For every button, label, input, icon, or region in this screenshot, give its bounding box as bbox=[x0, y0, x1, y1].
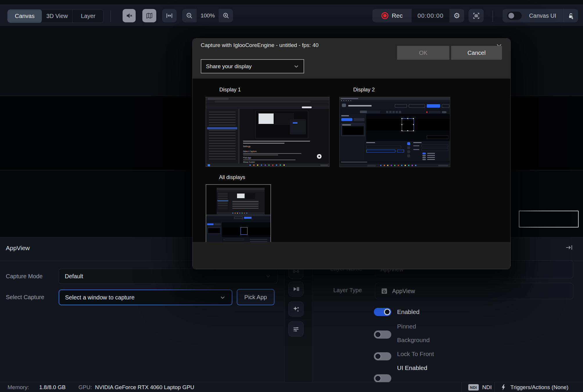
thumb2-pickapp-mini bbox=[397, 150, 404, 152]
thumb2-menubar bbox=[340, 100, 450, 102]
thumb-browser-tab bbox=[208, 98, 229, 100]
tab-layer[interactable]: Layer bbox=[73, 10, 104, 23]
gpu-value: NVIDIA GeForce RTX 4060 Laptop GPU bbox=[95, 384, 194, 391]
thumb-taskbar-icons bbox=[250, 165, 251, 166]
thumb2-rec-dot bbox=[426, 111, 428, 113]
thumb2-options-title bbox=[366, 142, 375, 143]
thumb2-mini-toggles-off bbox=[422, 155, 426, 156]
minimap-button[interactable] bbox=[142, 9, 156, 22]
background-toggle[interactable] bbox=[374, 352, 391, 360]
thumb-url-pill bbox=[215, 101, 311, 102]
toggle-knob bbox=[375, 331, 381, 338]
thumb-sidebar-active-item bbox=[207, 127, 237, 129]
pick-app-button[interactable]: Pick App bbox=[237, 289, 275, 305]
canvas-ui-group: Canvas UI bbox=[503, 9, 578, 22]
canvas-ui-label: Canvas UI bbox=[522, 12, 564, 19]
effects-button[interactable] bbox=[288, 301, 304, 317]
thumb2-gen-field2 bbox=[421, 149, 448, 151]
view-tab-group: Canvas 3D View Layer bbox=[7, 9, 104, 23]
thumb2-add-button bbox=[341, 118, 352, 121]
thumb2-selection-handles bbox=[401, 118, 402, 119]
thumb3-sidebar-items bbox=[218, 193, 228, 210]
igloo-core-engine-app: Canvas 3D View Layer bbox=[0, 0, 583, 392]
thumb2-mini-toggle bbox=[442, 111, 446, 113]
top-toolbar: Canvas 3D View Layer bbox=[0, 0, 583, 26]
thumb3-app-toolbar bbox=[206, 220, 271, 222]
play-pause-button[interactable] bbox=[288, 281, 304, 297]
canvas-text-overlay-box[interactable] bbox=[519, 211, 579, 227]
thumb2-tray bbox=[438, 165, 448, 166]
thumb2-clear-button bbox=[354, 118, 365, 121]
fit-width-button[interactable] bbox=[162, 9, 177, 22]
lock-button[interactable] bbox=[564, 9, 578, 22]
zoom-in-icon bbox=[222, 12, 230, 19]
enabled-toggle-label: Enabled bbox=[397, 308, 419, 315]
zoom-out-button[interactable] bbox=[182, 9, 197, 22]
thumb2-gen-field1 bbox=[421, 145, 448, 147]
screenshot-button[interactable] bbox=[469, 9, 484, 22]
record-timer: 00:00:00 bbox=[412, 9, 449, 22]
thumb-shot-blue-chip bbox=[293, 122, 297, 124]
all-displays-thumbnail[interactable] bbox=[206, 184, 271, 242]
layer-type-label: Layer Type bbox=[315, 287, 362, 294]
zoom-control-group: 100% bbox=[182, 9, 233, 22]
toolbar-divider bbox=[492, 10, 493, 22]
capture-mode-select[interactable]: Default bbox=[59, 269, 277, 284]
thumb3-taskbar bbox=[217, 212, 265, 214]
chevron-down-icon bbox=[219, 294, 226, 301]
cancel-button[interactable]: Cancel bbox=[451, 46, 502, 60]
thumb2-canvas-inputbox bbox=[427, 136, 449, 139]
all-displays-label: All displays bbox=[219, 174, 245, 180]
thumb2-layer-item-thumb bbox=[342, 126, 364, 135]
share-source-select[interactable]: Share your display bbox=[201, 59, 304, 73]
capture-mode-label: Capture Mode bbox=[6, 273, 43, 280]
record-dot-icon bbox=[381, 12, 388, 19]
record-control-group: Rec 00:00:00 ⚙ bbox=[372, 9, 464, 22]
tab-3d-view[interactable]: 3D View bbox=[42, 10, 73, 23]
pinned-toggle[interactable] bbox=[374, 330, 391, 339]
ok-button[interactable]: OK bbox=[397, 46, 449, 60]
display2-thumbnail[interactable] bbox=[339, 97, 450, 167]
statusbar-divider bbox=[494, 382, 495, 392]
select-capture-select[interactable]: Select a window to capture bbox=[59, 290, 232, 305]
thumb3-layer-thumb bbox=[208, 228, 220, 233]
triggers-actions-label[interactable]: Triggers/Actions (None) bbox=[510, 384, 568, 391]
thumb2-status-text bbox=[341, 162, 367, 162]
thumb2-edit-session-btn bbox=[395, 104, 407, 108]
screen-capture-icon bbox=[472, 12, 480, 20]
pinned-toggle-label: Pinned bbox=[397, 323, 416, 330]
mute-button[interactable] bbox=[123, 9, 136, 22]
record-settings-button[interactable]: ⚙ bbox=[449, 9, 464, 22]
select-capture-value: Select a window to capture bbox=[65, 294, 134, 301]
thumb2-gutter-icons bbox=[407, 142, 410, 145]
ndi-label[interactable]: NDI bbox=[482, 384, 492, 391]
dialog-footer bbox=[193, 242, 511, 269]
collapse-right-icon bbox=[565, 243, 573, 252]
capture-picker-dialog: Capture with IglooCoreEngine - untitled … bbox=[192, 38, 511, 269]
background-toggle-label: Background bbox=[397, 337, 430, 344]
thumb3-selection-box bbox=[241, 227, 247, 235]
dialog-body: Display 1 Display 2 All displays bbox=[193, 79, 511, 242]
thumb-create-button bbox=[302, 106, 312, 108]
lock-to-front-toggle[interactable] bbox=[374, 374, 391, 382]
record-button[interactable]: Rec bbox=[372, 9, 412, 22]
thumb2-mini-toggle-1 bbox=[422, 153, 426, 154]
toggle-knob bbox=[508, 13, 514, 19]
canvas-ui-toggle[interactable] bbox=[507, 12, 522, 20]
zoom-level-value: 100% bbox=[197, 9, 219, 22]
toggle-knob bbox=[384, 309, 390, 315]
zoom-in-button[interactable] bbox=[219, 9, 233, 22]
display1-label: Display 1 bbox=[219, 87, 241, 93]
thumb-sidebar-items bbox=[209, 112, 236, 160]
thumb-heading-pick-app: Pick App bbox=[243, 157, 251, 159]
tab-canvas[interactable]: Canvas bbox=[8, 10, 42, 23]
thumb-heading-settings: Settings bbox=[243, 145, 250, 147]
status-bar: Memory: 1.8/8.0 GB GPU: NVIDIA GeForce R… bbox=[0, 382, 583, 392]
thumb2-layer-item-title bbox=[342, 124, 351, 125]
layer-type-value: AppView bbox=[392, 288, 415, 295]
enabled-toggle[interactable] bbox=[374, 308, 391, 316]
collapse-panel-button[interactable] bbox=[565, 243, 573, 253]
display1-thumbnail[interactable]: Settings Select Capture Pick App Show Cu… bbox=[206, 97, 329, 167]
thumb2-general-title bbox=[413, 142, 421, 143]
adjustments-button[interactable] bbox=[288, 321, 304, 337]
